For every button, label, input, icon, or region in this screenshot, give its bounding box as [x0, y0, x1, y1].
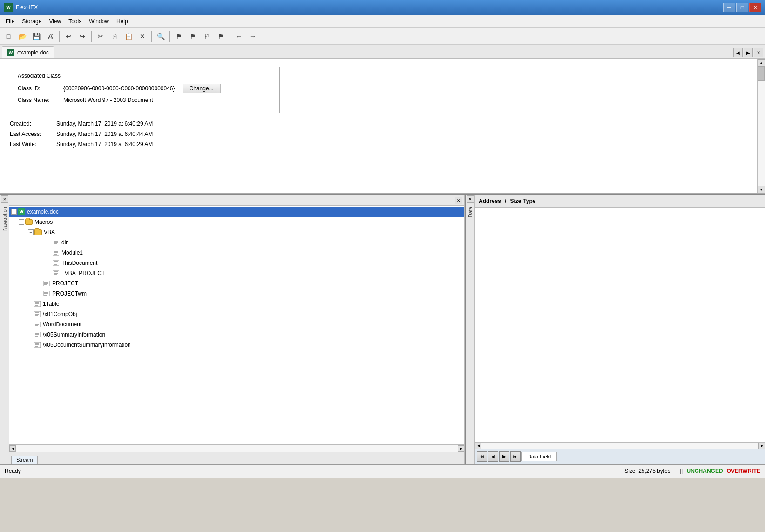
tree-node-root[interactable]: − W example.doc: [9, 207, 464, 217]
menu-window[interactable]: Window: [85, 16, 113, 27]
vba-folder-icon: [34, 229, 42, 236]
class-id-value: {00020906-0000-0000-C000-000000000046}: [63, 85, 175, 92]
h-scroll-left[interactable]: ◀: [9, 445, 16, 452]
nav-first-button[interactable]: ⏮: [477, 451, 487, 462]
thisdocument-stream-icon: [52, 260, 60, 266]
toolbar-cut[interactable]: ✂: [94, 30, 107, 42]
menu-help[interactable]: Help: [113, 16, 132, 27]
content-inner: Associated Class Class ID: {00020906-000…: [0, 59, 765, 193]
tree-node-projectwm[interactable]: PROJECTwm: [9, 289, 464, 299]
tree-node-project[interactable]: PROJECT: [9, 278, 464, 289]
toolbar-redo[interactable]: ↪: [76, 30, 89, 42]
h-scroll-track[interactable]: [16, 445, 458, 452]
toolbar-bookmark2[interactable]: ⚑: [186, 30, 199, 42]
nav-last-button[interactable]: ⏭: [510, 451, 521, 462]
data-field-tab[interactable]: Data Field: [521, 452, 557, 461]
projectwm-stream-icon: [43, 290, 50, 297]
menu-storage[interactable]: Storage: [18, 16, 45, 27]
toolbar-separator-2: [91, 31, 92, 42]
tab-next-button[interactable]: ▶: [744, 48, 753, 57]
class-name-value: Microsoft Word 97 - 2003 Document: [63, 97, 153, 103]
menu-tools[interactable]: Tools: [65, 16, 85, 27]
change-button[interactable]: Change...: [183, 84, 221, 93]
node-label-project: PROJECT: [52, 280, 78, 287]
node-label-module1: Module1: [61, 249, 83, 256]
tab-file-icon: W: [7, 49, 14, 56]
nav-sidebar: ✕ Navigation: [0, 195, 9, 464]
toolbar-delete[interactable]: ✕: [136, 30, 149, 42]
docsummaryinfo-stream-icon: [34, 342, 41, 348]
tree-horizontal-scrollbar[interactable]: ◀ ▶: [9, 445, 464, 451]
right-panel: ✕ Data Address / Size Type ◀ ▶ ⏮ ◀ ▶: [466, 195, 765, 464]
data-horizontal-scrollbar[interactable]: ◀ ▶: [475, 442, 765, 449]
tree-content[interactable]: − W example.doc − Macros −: [9, 206, 464, 444]
toolbar-bookmark1[interactable]: ⚑: [172, 30, 185, 42]
nav-prev-button[interactable]: ◀: [488, 451, 498, 462]
scrollbar-thumb[interactable]: [758, 67, 765, 81]
summaryinfo-stream-icon: [34, 331, 41, 338]
node-label-1table: 1Table: [43, 301, 59, 307]
scrollbar-up[interactable]: ▲: [758, 59, 765, 67]
last-access-row: Last Access: Sunday, March 17, 2019 at 6…: [10, 131, 755, 137]
class-name-row: Class Name: Microsoft Word 97 - 2003 Doc…: [18, 97, 272, 103]
menu-view[interactable]: View: [45, 16, 65, 27]
restore-button[interactable]: □: [736, 3, 748, 12]
tree-node-dir[interactable]: dir: [9, 237, 464, 248]
toolbar-copy[interactable]: ⎘: [108, 30, 121, 42]
tree-node-worddocument[interactable]: WordDocument: [9, 319, 464, 330]
tree-node-thisdocument[interactable]: ThisDocument: [9, 258, 464, 268]
scrollbar-down[interactable]: ▼: [758, 186, 765, 193]
stream-tab[interactable]: Stream: [11, 456, 38, 464]
data-h-scroll-right[interactable]: ▶: [758, 443, 765, 449]
col-size: Size: [510, 198, 521, 204]
expand-macros[interactable]: −: [19, 219, 24, 225]
tree-node-module1[interactable]: Module1: [9, 248, 464, 258]
menu-file[interactable]: File: [2, 16, 18, 27]
class-id-row: Class ID: {00020906-0000-0000-C000-00000…: [18, 84, 272, 93]
node-label-summaryinfo: \x05SummaryInformation: [43, 331, 105, 338]
tree-close-button[interactable]: ✕: [455, 197, 462, 204]
nav-next-button[interactable]: ▶: [499, 451, 509, 462]
toolbar-back[interactable]: ←: [232, 30, 245, 42]
close-button[interactable]: ✕: [749, 3, 761, 12]
toolbar-open[interactable]: 📂: [16, 30, 29, 42]
h-scroll-right[interactable]: ▶: [458, 445, 464, 452]
data-h-scroll-left[interactable]: ◀: [475, 443, 481, 449]
tree-node-vbaproject[interactable]: _VBA_PROJECT: [9, 268, 464, 278]
main-vertical-scrollbar[interactable]: ▲ ▼: [757, 59, 765, 193]
data-close-button[interactable]: ✕: [467, 195, 474, 203]
toolbar-forward[interactable]: →: [246, 30, 259, 42]
tab-close-button[interactable]: ✕: [754, 48, 763, 57]
status-size: Size: 25,275 bytes: [227, 468, 680, 474]
tab-prev-button[interactable]: ◀: [733, 48, 743, 57]
minimize-button[interactable]: ─: [723, 3, 735, 12]
tree-node-vba[interactable]: − VBA: [9, 227, 464, 237]
toolbar-print[interactable]: 🖨: [44, 30, 57, 42]
nav-close-button[interactable]: ✕: [1, 195, 8, 203]
last-write-label: Last Write:: [10, 141, 56, 148]
toolbar-bookmark4[interactable]: ⚑: [214, 30, 227, 42]
expand-root[interactable]: −: [11, 209, 17, 215]
tree-node-docsummaryinfo[interactable]: \x05DocumentSummaryInformation: [9, 340, 464, 350]
app-icon: W: [4, 3, 13, 12]
tree-node-macros[interactable]: − Macros: [9, 217, 464, 227]
data-h-scroll-track[interactable]: [481, 443, 758, 449]
tree-node-compobj[interactable]: \x01CompObj: [9, 309, 464, 319]
tree-node-1table[interactable]: 1Table: [9, 299, 464, 309]
data-sidebar: ✕ Data: [466, 195, 475, 464]
expand-vba[interactable]: −: [28, 229, 34, 235]
toolbar-paste[interactable]: 📋: [122, 30, 135, 42]
toolbar-bookmark3[interactable]: ⚐: [200, 30, 213, 42]
toolbar-undo[interactable]: ↩: [62, 30, 75, 42]
toolbar-find[interactable]: 🔍: [154, 30, 167, 42]
toolbar-save[interactable]: 💾: [30, 30, 43, 42]
status-right: UNCHANGED OVERWRITE: [687, 468, 760, 474]
tree-node-summaryinfo[interactable]: \x05SummaryInformation: [9, 330, 464, 340]
last-access-value: Sunday, March 17, 2019 at 6:40:44 AM: [56, 131, 153, 137]
project-stream-icon: [43, 280, 50, 287]
tab-example-doc[interactable]: W example.doc: [2, 46, 54, 58]
toolbar-separator-5: [230, 31, 230, 42]
scrollbar-track[interactable]: [758, 67, 765, 186]
word-file-icon: W: [18, 209, 25, 215]
toolbar-new[interactable]: □: [2, 30, 15, 42]
